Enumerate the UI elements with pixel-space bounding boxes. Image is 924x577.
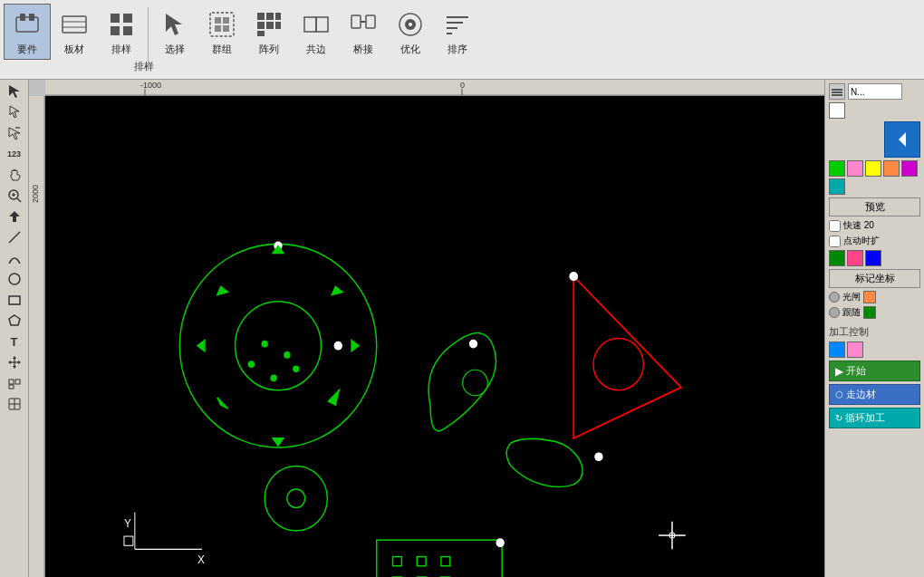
svg-text:0: 0 — [460, 81, 465, 90]
toolbar-btn-select[interactable]: 选择 — [151, 4, 198, 60]
toolbar-btn-sort[interactable]: 排序 — [434, 4, 481, 60]
color-white[interactable] — [829, 102, 845, 119]
tool-zoom[interactable] — [3, 186, 26, 206]
layer-row: N... — [829, 83, 920, 100]
toolbar-btn-part[interactable]: 要件 — [4, 4, 51, 60]
fast-label: 快速 20 — [843, 219, 874, 232]
part-label: 要件 — [17, 43, 37, 56]
svg-marker-77 — [351, 341, 359, 351]
follow-color[interactable] — [863, 306, 876, 319]
color-green[interactable] — [829, 160, 845, 177]
svg-point-88 — [470, 341, 477, 348]
edge-walk-button[interactable]: ⬡ 走边材 — [829, 384, 920, 405]
edge-icon — [300, 8, 332, 41]
svg-point-89 — [595, 453, 602, 460]
svg-rect-54 — [9, 380, 14, 384]
canvas-drawing-area[interactable]: Y X — [45, 96, 824, 577]
color-pink[interactable] — [847, 160, 863, 177]
toolbar-btn-edge[interactable]: 共边 — [293, 4, 340, 60]
svg-line-44 — [9, 232, 20, 243]
tool-number[interactable]: 123 — [3, 144, 26, 164]
toolbar-btn-group[interactable]: 群组 — [198, 4, 245, 60]
svg-rect-55 — [15, 380, 20, 384]
svg-marker-51 — [13, 366, 16, 369]
follow-radio[interactable] — [829, 307, 840, 318]
svg-point-73 — [284, 352, 290, 358]
tool-arrow[interactable] — [3, 207, 26, 226]
svg-point-69 — [248, 361, 254, 367]
color-cyan[interactable] — [829, 178, 845, 195]
tool-select3[interactable] — [3, 123, 26, 143]
svg-rect-110 — [832, 94, 842, 96]
array-icon — [253, 8, 285, 41]
svg-text:X: X — [197, 553, 205, 566]
color-swatch-row2 — [829, 250, 920, 266]
svg-rect-21 — [275, 22, 281, 29]
layer-input[interactable]: N... — [848, 83, 902, 100]
edge-label: 共边 — [306, 43, 326, 56]
tool-move[interactable] — [3, 352, 26, 372]
svg-marker-80 — [217, 286, 228, 294]
svg-rect-6 — [111, 14, 120, 23]
toolbar-btn-board[interactable]: 板材 — [51, 4, 98, 60]
tool-text[interactable]: T — [3, 332, 26, 351]
canvas-area[interactable]: -1000 0 2000 — [29, 80, 824, 577]
svg-rect-18 — [275, 13, 281, 20]
tool-arc[interactable] — [3, 248, 26, 268]
tool-line[interactable] — [3, 227, 26, 247]
svg-rect-8 — [111, 26, 120, 35]
svg-rect-46 — [9, 296, 20, 304]
red-triangle-group — [570, 273, 681, 438]
color-purple[interactable] — [901, 160, 918, 177]
svg-rect-11 — [210, 13, 234, 36]
svg-rect-22 — [257, 31, 265, 36]
tool-circle[interactable] — [3, 269, 26, 289]
svg-point-99 — [496, 539, 504, 546]
point-checkbox[interactable] — [829, 236, 841, 247]
loop-button[interactable]: ↻ 循环加工 — [829, 408, 920, 428]
color-orange[interactable] — [883, 160, 900, 177]
color-hotpink[interactable] — [847, 250, 863, 266]
toolbar: 要件 板材 排样 选择 群组 — [0, 0, 924, 80]
svg-text:Y: Y — [124, 517, 131, 530]
svg-rect-56 — [9, 385, 14, 389]
layer-icon[interactable] — [829, 83, 845, 100]
svg-marker-35 — [9, 85, 20, 98]
tool-polygon[interactable] — [3, 311, 26, 331]
main-area: 123 T — [0, 80, 924, 577]
tool-cursor[interactable] — [3, 82, 26, 101]
svg-point-75 — [334, 342, 342, 350]
color-lightblue[interactable] — [829, 341, 845, 358]
color-swatch-row3 — [829, 341, 920, 358]
toolbar-btn-optimize[interactable]: 优化 — [387, 4, 434, 60]
tool-rect[interactable] — [3, 290, 26, 310]
ruler-horizontal: -1000 0 — [45, 80, 824, 96]
color-blue[interactable] — [865, 250, 881, 266]
preview-button[interactable]: 预览 — [829, 197, 920, 216]
start-button[interactable]: ▶ 开始 — [829, 361, 920, 381]
right-panel: N... 预览 快速 20 点动时扩 — [824, 80, 924, 577]
color-selector-row — [829, 102, 920, 119]
light-color[interactable] — [863, 291, 876, 303]
toolbar-btn-bridge[interactable]: 桥接 — [340, 4, 387, 60]
tool-hand[interactable] — [3, 165, 26, 185]
board-icon — [58, 8, 91, 41]
toolbar-btn-array[interactable]: 阵列 — [245, 4, 293, 60]
tool-misc2[interactable] — [3, 394, 26, 414]
mark-coord-button[interactable]: 标记坐标 — [829, 269, 920, 288]
tool-misc1[interactable] — [3, 373, 26, 393]
left-toolbox: 123 T — [0, 80, 29, 577]
color-yellow[interactable] — [865, 160, 881, 177]
svg-marker-50 — [13, 356, 16, 359]
color-darkgreen[interactable] — [829, 250, 845, 266]
tool-select2[interactable] — [3, 102, 26, 122]
svg-rect-1 — [20, 14, 25, 21]
svg-rect-7 — [123, 14, 132, 23]
svg-marker-37 — [9, 128, 20, 139]
fast-checkbox[interactable] — [829, 220, 841, 232]
nav-back-button[interactable] — [884, 121, 920, 158]
svg-rect-17 — [266, 13, 274, 20]
light-radio[interactable] — [829, 292, 840, 303]
color-pink2[interactable] — [847, 341, 863, 358]
toolbar-btn-arrange[interactable]: 排样 — [98, 4, 145, 60]
